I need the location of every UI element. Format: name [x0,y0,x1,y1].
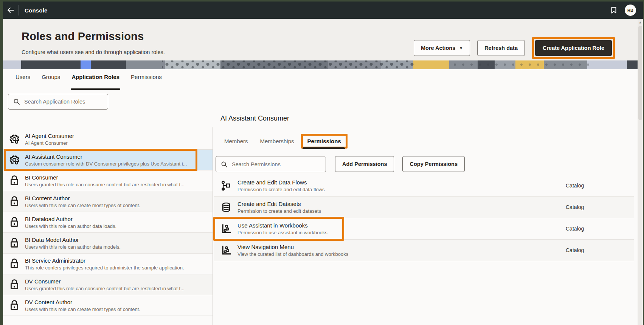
lock-icon [9,175,20,186]
permission-list: Create and Edit Data Flows Permission to… [214,175,634,261]
more-actions-label: More Actions [421,45,455,51]
add-permissions-button[interactable]: Add Permissions [335,156,394,172]
role-description: Users granted this role can consume cont… [25,182,185,187]
more-actions-button[interactable]: More Actions ▼ [414,40,470,56]
permission-name: Create and Edit Datasets [237,201,321,207]
gear-icon [9,134,20,144]
permission-description: Permission to create and edit datasets [237,208,321,214]
panel-divider [213,127,213,325]
role-name: BI Consumer [25,174,185,181]
permission-scope: Catalog [566,226,584,232]
permission-name: Create and Edit Data Flows [237,179,325,186]
search-permissions-input[interactable] [232,161,320,167]
role-description: Users with this role can author data mod… [25,244,121,250]
lock-icon [9,300,20,311]
role-list-item[interactable]: BI Data Model Author Users with this rol… [3,233,213,254]
page-header: Roles and Permissions Configure what use… [3,19,638,60]
gear-icon [9,155,20,165]
tab-users[interactable]: Users [16,74,30,90]
scatter-chart-icon [221,245,231,255]
refresh-data-button[interactable]: Refresh data [477,40,525,56]
permission-description: Permission to create and edit data flows [237,187,325,192]
role-list-item[interactable]: DV Content Author Users with this role c… [3,295,213,316]
permission-scope: Catalog [566,247,584,253]
tab-groups[interactable]: Groups [42,74,60,90]
permission-description: Permission to use assistant in workbooks [237,230,327,235]
role-name: AI Assistant Consumer [25,153,187,160]
role-list-item[interactable]: AI Agent Consumer AI Agent Consumer [3,129,213,150]
role-description: AI Agent Consumer [25,140,74,146]
role-name: BI Dataload Author [25,216,116,222]
lock-icon [9,258,20,269]
detail-tab-bar: MembersMembershipsPermissions [223,134,343,148]
top-bar: Console RB [3,2,643,19]
tab-permissions[interactable]: Permissions [131,74,162,90]
role-name: BI Service Administrator [25,257,184,264]
role-list-item[interactable]: BI Service Administrator This role confe… [3,254,213,274]
search-icon [14,99,20,105]
permission-name: View Navigation Menu [237,244,348,250]
dataset-icon [221,202,231,212]
back-button[interactable] [3,2,18,19]
role-list-item[interactable]: BI Dataload Author Users with this role … [3,212,213,233]
role-list-item[interactable]: BI Content Author Users with this role c… [3,191,213,212]
role-list-item[interactable]: DV Consumer Users granted this role can … [3,274,213,295]
subtab-memberships[interactable]: Memberships [259,134,295,148]
permission-scope: Catalog [566,204,584,210]
back-arrow-icon [7,8,14,13]
role-name: AI Agent Consumer [25,133,74,139]
page-subtitle: Configure what users see and do through … [22,49,165,55]
permission-list-item[interactable]: Create and Edit Data Flows Permission to… [214,175,634,197]
role-list-item[interactable]: BI Consumer Users granted this role can … [3,170,213,191]
topbar-divider [18,5,19,15]
create-role-highlight-box: Create Application Role [532,37,615,59]
role-description: Users with this role can create most typ… [25,203,140,208]
copy-permissions-button[interactable]: Copy Permissions [402,156,465,172]
role-name: BI Data Model Author [25,237,121,243]
role-description: Users with this role can create most typ… [25,306,140,312]
permission-list-item[interactable]: Use Assistant in Workbooks Permission to… [214,218,634,240]
application-role-list: AI Agent Consumer AI Agent Consumer AI A… [3,129,213,325]
permission-list-item[interactable]: View Navigation Menu View the curated li… [214,240,634,261]
permission-name: Use Assistant in Workbooks [237,222,327,229]
scroll-up-arrow-icon[interactable]: ▲ [638,20,643,25]
vertical-scrollbar[interactable]: ▲ [638,19,643,325]
scatter-chart-icon [221,223,231,234]
bookmark-icon[interactable] [611,7,616,14]
permission-scope: Catalog [566,183,584,189]
search-icon [221,161,227,167]
page-title: Roles and Permissions [22,30,144,43]
role-name: BI Content Author [25,195,140,201]
lock-icon [9,279,20,290]
banner-dots-texture-2 [449,60,589,69]
role-description: Users with this role can author data loa… [25,223,116,229]
decorative-banner [3,60,640,69]
role-description: Users granted this role can consume cont… [25,286,185,291]
active-subtab-underline [303,147,345,149]
role-list-item[interactable]: AI Assistant Consumer Custom consumer ro… [3,150,213,170]
lock-icon [9,196,20,207]
app-title: Console [25,7,48,14]
subtab-permissions[interactable]: Permissions [301,134,348,149]
role-description: This role confers privileges required to… [25,265,184,271]
role-name: DV Content Author [25,299,140,305]
create-application-role-button[interactable]: Create Application Role [535,40,612,56]
data-flow-icon [221,180,231,191]
subtab-members[interactable]: Members [223,134,249,148]
permission-list-item[interactable]: Create and Edit Datasets Permission to c… [214,197,634,218]
banner-dots-texture [162,60,415,69]
main-tab-bar: UsersGroupsApplication RolesPermissions [16,74,162,90]
role-name: DV Consumer [25,278,185,285]
lock-icon [9,238,20,248]
chevron-down-icon: ▼ [459,46,463,50]
lock-icon [9,217,20,228]
selected-role-title: AI Assistant Consumer [220,115,289,122]
main-content: UsersGroupsApplication RolesPermissions … [3,69,638,325]
permission-search [216,156,326,172]
search-application-roles-input[interactable] [24,99,102,105]
scrollbar-thumb[interactable] [638,26,642,120]
tab-application-roles[interactable]: Application Roles [71,74,119,90]
avatar[interactable]: RB [625,5,636,16]
role-description: Custom consumer role with DV Consumer pr… [25,161,187,167]
permission-description: View the curated list of dashboards and … [237,251,348,257]
